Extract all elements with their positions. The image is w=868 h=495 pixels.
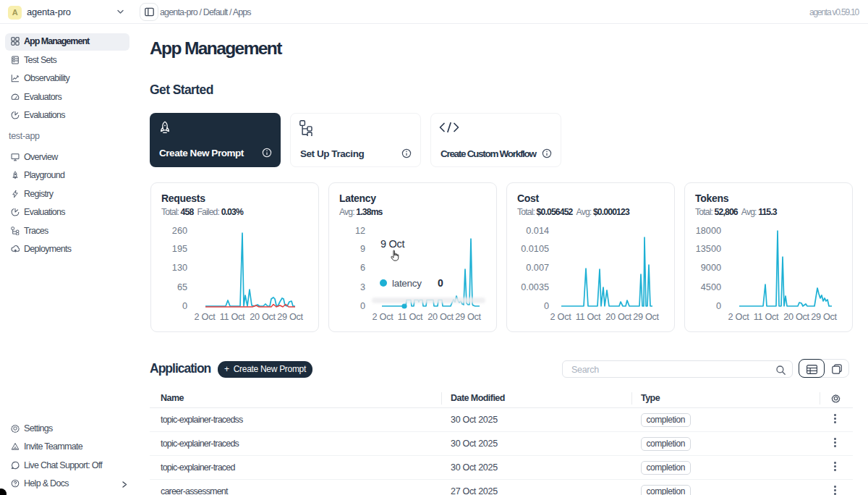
svg-text:13500: 13500 xyxy=(696,244,721,254)
svg-text:2 Oct: 2 Oct xyxy=(728,312,750,322)
svg-text:11 Oct: 11 Oct xyxy=(754,312,779,322)
svg-text:65: 65 xyxy=(177,282,187,292)
svg-text:0.0035: 0.0035 xyxy=(521,282,549,292)
svg-text:0.014: 0.014 xyxy=(526,226,549,236)
svg-text:11 Oct: 11 Oct xyxy=(220,312,245,322)
svg-text:12: 12 xyxy=(355,226,365,236)
svg-text:9: 9 xyxy=(360,244,365,254)
svg-text:2 Oct: 2 Oct xyxy=(195,312,216,322)
svg-text:11 Oct: 11 Oct xyxy=(576,312,601,322)
svg-text:9000: 9000 xyxy=(701,263,721,273)
svg-text:29 Oct: 29 Oct xyxy=(277,312,303,322)
svg-text:0: 0 xyxy=(360,301,365,311)
svg-text:0: 0 xyxy=(716,301,721,311)
svg-text:0: 0 xyxy=(182,301,187,311)
svg-text:6: 6 xyxy=(360,263,365,273)
svg-text:130: 130 xyxy=(172,263,187,273)
svg-text:3: 3 xyxy=(360,282,365,292)
svg-text:20 Oct: 20 Oct xyxy=(427,312,454,322)
svg-text:18000: 18000 xyxy=(696,226,721,236)
svg-text:29 Oct: 29 Oct xyxy=(633,312,659,322)
svg-text:0.007: 0.007 xyxy=(526,263,549,273)
svg-text:29 Oct: 29 Oct xyxy=(455,312,481,322)
svg-text:2 Oct: 2 Oct xyxy=(550,312,572,322)
svg-text:4500: 4500 xyxy=(701,282,721,292)
svg-text:20 Oct: 20 Oct xyxy=(250,312,276,322)
svg-text:20 Oct: 20 Oct xyxy=(605,312,631,322)
svg-text:11 Oct: 11 Oct xyxy=(398,312,423,322)
svg-text:0.0105: 0.0105 xyxy=(521,244,549,254)
svg-text:29 Oct: 29 Oct xyxy=(811,312,837,322)
svg-text:2 Oct: 2 Oct xyxy=(373,312,394,322)
svg-text:195: 195 xyxy=(172,244,187,254)
svg-text:0: 0 xyxy=(544,301,549,311)
svg-text:260: 260 xyxy=(172,226,187,236)
svg-text:20 Oct: 20 Oct xyxy=(783,312,809,322)
